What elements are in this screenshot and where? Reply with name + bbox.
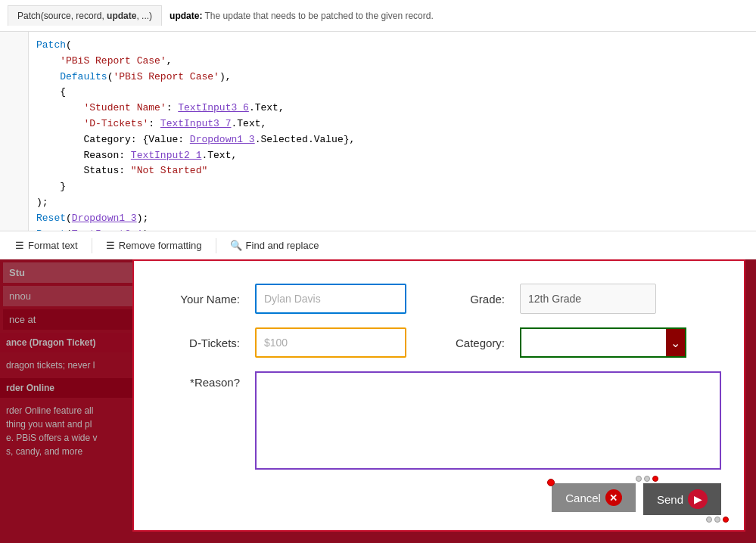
- remove-formatting-button[interactable]: ☰ Remove formatting: [98, 236, 210, 255]
- code-line-2: 'PBiS Report Case',: [36, 54, 748, 70]
- toolbar-separator-1: [92, 238, 92, 253]
- find-replace-label: Find and replace: [246, 240, 319, 251]
- format-text-button[interactable]: ☰ Format text: [8, 236, 86, 255]
- code-line-8: Reason: TextInput2_1.Text,: [36, 148, 748, 164]
- toolbar: ☰ Format text ☰ Remove formatting 🔍 Find…: [0, 231, 756, 259]
- find-replace-button[interactable]: 🔍 Find and replace: [222, 236, 327, 255]
- grade-label: Grade:: [422, 293, 505, 306]
- toolbar-separator-2: [216, 238, 216, 253]
- remove-formatting-icon: ☰: [106, 240, 115, 251]
- cancel-button[interactable]: Cancel ✕: [552, 483, 636, 512]
- dot-tl: [636, 476, 642, 482]
- modal-dialog: Your Name: Grade: D-Tickets: Category: ⌄…: [132, 259, 745, 532]
- code-line-4: {: [36, 85, 748, 101]
- code-line-10: }: [36, 179, 748, 195]
- send-label: Send: [657, 493, 683, 506]
- format-text-icon: ☰: [15, 240, 24, 251]
- button-row: Cancel ✕: [157, 483, 721, 515]
- send-selection-dots-br: [706, 517, 729, 523]
- category-dropdown-wrapper[interactable]: ⌄: [520, 327, 686, 358]
- dot-bl: [706, 517, 712, 523]
- dtickets-label: D-Tickets:: [157, 337, 240, 349]
- cancel-button-wrapper: Cancel ✕: [552, 483, 636, 515]
- your-name-input[interactable]: [255, 284, 406, 314]
- code-line-3: Defaults('PBiS Report Case'),: [36, 70, 748, 85]
- send-button-wrapper: Send ▶: [643, 483, 721, 515]
- category-input[interactable]: [521, 329, 666, 356]
- send-button[interactable]: Send ▶: [643, 483, 721, 515]
- category-label: Category:: [422, 337, 505, 349]
- cancel-x-icon: ✕: [605, 489, 622, 506]
- code-line-9: Status: "Not Started": [36, 163, 748, 179]
- code-line-11: );: [36, 195, 748, 211]
- form-row-reason: *Reason?: [157, 371, 721, 470]
- chevron-down-icon: ⌄: [670, 336, 680, 350]
- dtickets-input[interactable]: [255, 327, 406, 358]
- grade-input: [520, 284, 656, 314]
- remove-formatting-label: Remove formatting: [119, 240, 202, 251]
- form-row-name-grade: Your Name: Grade:: [157, 284, 721, 314]
- format-text-label: Format text: [28, 240, 78, 251]
- your-name-label: Your Name:: [157, 293, 240, 306]
- code-gutter: [0, 32, 29, 247]
- send-arrow-icon: ▶: [688, 489, 708, 509]
- search-icon: 🔍: [230, 240, 242, 251]
- dot-tc: [644, 476, 650, 482]
- code-line-7: Category: {Value: Dropdown1_3.Selected.V…: [36, 132, 748, 148]
- dot-br: [723, 517, 729, 523]
- category-dropdown-button[interactable]: ⌄: [666, 329, 685, 356]
- code-line-1: Patch(: [36, 38, 748, 54]
- code-line-6: 'D-Tickets': TextInput3_7.Text,: [36, 116, 748, 132]
- code-line-12: Reset(Dropdown1_3);: [36, 211, 748, 227]
- top-bar: Patch(source, record, update, ...) updat…: [0, 0, 756, 32]
- reason-label: *Reason?: [157, 371, 240, 389]
- form-row-dtickets-category: D-Tickets: Category: ⌄: [157, 327, 721, 358]
- dot-tr: [652, 476, 658, 482]
- patch-desc: update: The update that needs to be patc…: [170, 11, 434, 21]
- dot-bc: [714, 517, 720, 523]
- cancel-label: Cancel: [565, 492, 601, 504]
- send-selection-dots: [636, 476, 658, 484]
- code-editor[interactable]: Patch( 'PBiS Report Case', Defaults('PBi…: [29, 32, 756, 247]
- code-line-5: 'Student Name': TextInput3_6.Text,: [36, 101, 748, 116]
- patch-tab: Patch(source, record, update, ...): [8, 5, 162, 26]
- reason-textarea[interactable]: [255, 371, 721, 470]
